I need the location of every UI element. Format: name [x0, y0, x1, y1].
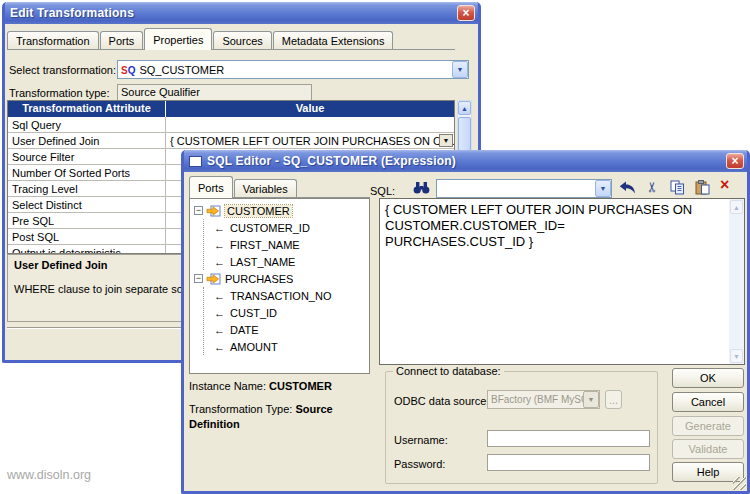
selected-transformation-value: SQSQ_CUSTOMER: [118, 64, 452, 76]
scrollbar-thumb[interactable]: [458, 117, 471, 151]
tree-node-label[interactable]: PURCHASES: [225, 273, 293, 285]
tab-sources[interactable]: Sources: [213, 31, 271, 49]
sql-editor-body: Ports Variables − CUSTOMER ←CUSTOMER_ID …: [184, 172, 747, 491]
edit-dialog-tabs: Transformation Ports Properties Sources …: [7, 27, 394, 49]
source-icon: [206, 205, 221, 217]
username-label: Username:: [394, 434, 448, 446]
password-label: Password:: [394, 458, 445, 470]
tab-variables[interactable]: Variables: [234, 179, 297, 197]
tree-node-label[interactable]: CUSTOMER: [225, 205, 292, 217]
tree-port[interactable]: ←CUST_ID: [204, 304, 369, 321]
table-row[interactable]: User Defined Join { CUSTOMER LEFT OUTER …: [8, 133, 454, 149]
port-label[interactable]: DATE: [230, 324, 259, 336]
tab-metadata-extensions[interactable]: Metadata Extensions: [273, 31, 394, 49]
chevron-down-icon[interactable]: ▼: [452, 61, 468, 78]
attribute-table-header: Transformation Attribute Value: [8, 101, 454, 117]
tree-port[interactable]: ←LAST_NAME: [204, 253, 369, 270]
transformation-type-value: Source Qualifier: [117, 84, 312, 101]
tree-node-purchases[interactable]: − PURCHASES: [194, 270, 369, 287]
scroll-up-icon[interactable]: ▲: [458, 101, 471, 115]
customer-ports: ←CUSTOMER_ID ←FIRST_NAME ←LAST_NAME: [203, 219, 369, 270]
port-label[interactable]: CUST_ID: [230, 307, 277, 319]
transformation-type-label: Transformation type:: [9, 87, 109, 99]
scroll-down-icon[interactable]: ▼: [730, 349, 743, 363]
sql-textarea[interactable]: { CUSTOMER LEFT OUTER JOIN PURCHASES ON …: [379, 198, 745, 365]
port-arrow-icon: ←: [214, 239, 225, 251]
sql-editor-tabs: Ports Variables: [189, 175, 298, 197]
resize-grip[interactable]: [733, 477, 746, 490]
transformation-type: Transformation Type: Source Definition: [189, 402, 361, 432]
tab-ports[interactable]: Ports: [100, 31, 144, 49]
dialog-title: Edit Transformations: [10, 6, 134, 20]
column-header-value: Value: [166, 101, 454, 117]
port-arrow-icon: ←: [214, 256, 225, 268]
collapse-icon[interactable]: −: [194, 274, 203, 283]
sql-text[interactable]: { CUSTOMER LEFT OUTER JOIN PURCHASES ON …: [385, 202, 703, 250]
find-icon[interactable]: [412, 180, 431, 195]
collapse-icon[interactable]: −: [194, 206, 203, 215]
tab-baseline: [7, 49, 455, 50]
port-label[interactable]: CUSTOMER_ID: [230, 222, 310, 234]
port-arrow-icon: ←: [214, 341, 225, 353]
tree-node-customer[interactable]: − CUSTOMER: [194, 202, 369, 219]
tree-port[interactable]: ←DATE: [204, 321, 369, 338]
tree-port[interactable]: ←FIRST_NAME: [204, 236, 369, 253]
copy-icon[interactable]: [670, 180, 685, 195]
username-field[interactable]: [487, 430, 650, 447]
delete-icon[interactable]: ×: [720, 178, 729, 192]
paste-icon[interactable]: [695, 180, 710, 195]
select-transformation-label: Select transformation:: [9, 64, 116, 76]
undo-icon[interactable]: [619, 181, 637, 195]
generate-sql-button: Generate SQL: [672, 416, 744, 436]
odbc-combo: BFactory (BMF MySQL ODBC Dr ▼: [487, 390, 600, 409]
source-icon: [206, 273, 221, 285]
chevron-down-icon[interactable]: ▼: [595, 180, 611, 197]
connect-group-legend: Connect to database:: [393, 365, 504, 377]
port-label[interactable]: TRANSACTION_NO: [230, 290, 331, 302]
user-defined-join-value: { CUSTOMER LEFT OUTER JOIN PURCHASES ON …: [170, 135, 454, 147]
edit-transformations-titlebar[interactable]: Edit Transformations ×: [5, 2, 478, 24]
purchases-ports: ←TRANSACTION_NO ←CUST_ID ←DATE ←AMOUNT: [203, 287, 369, 355]
sql-editor-dialog: SQL Editor - SQ_CUSTOMER (Expression) × …: [181, 150, 750, 494]
chevron-down-icon: ▼: [583, 391, 599, 408]
port-arrow-icon: ←: [214, 222, 225, 234]
close-icon[interactable]: ×: [457, 5, 475, 21]
port-arrow-icon: ←: [214, 307, 225, 319]
find-combo[interactable]: ▼: [436, 179, 612, 198]
close-icon[interactable]: ×: [726, 153, 744, 169]
tab-ports[interactable]: Ports: [189, 176, 233, 198]
tree-port[interactable]: ←CUSTOMER_ID: [204, 219, 369, 236]
connect-group: Connect to database: ODBC data source: B…: [385, 371, 658, 484]
sql-label: SQL:: [370, 185, 395, 197]
cancel-button[interactable]: Cancel: [672, 392, 744, 412]
tree-port[interactable]: ←TRANSACTION_NO: [204, 287, 369, 304]
instance-name-value: CUSTOMER: [269, 380, 332, 392]
port-label[interactable]: FIRST_NAME: [230, 239, 300, 251]
column-header-attribute: Transformation Attribute: [8, 101, 166, 117]
sql-scrollbar[interactable]: ▲ ▼: [729, 199, 744, 364]
port-label[interactable]: LAST_NAME: [230, 256, 295, 268]
ports-tree: − CUSTOMER ←CUSTOMER_ID ←FIRST_NAME ←LAS…: [189, 198, 370, 374]
browse-button: ...: [605, 390, 622, 409]
password-field[interactable]: [487, 454, 650, 471]
validate-button: Validate: [672, 439, 744, 459]
port-arrow-icon: ←: [214, 290, 225, 302]
open-editor-button[interactable]: ▼: [439, 134, 453, 147]
select-transformation-combo[interactable]: SQSQ_CUSTOMER ▼: [117, 60, 469, 79]
cut-icon[interactable]: ✂: [644, 181, 660, 193]
table-row[interactable]: Sql Query: [8, 117, 454, 133]
dialog-title: SQL Editor - SQ_CUSTOMER (Expression): [207, 154, 456, 168]
sql-editor-titlebar[interactable]: SQL Editor - SQ_CUSTOMER (Expression) ×: [184, 150, 747, 172]
port-arrow-icon: ←: [214, 324, 225, 336]
tree-port[interactable]: ←AMOUNT: [204, 338, 369, 355]
ok-button[interactable]: OK: [672, 368, 744, 388]
odbc-value: BFactory (BMF MySQL ODBC Dr: [488, 394, 583, 405]
scroll-up-icon[interactable]: ▲: [730, 200, 743, 214]
tab-transformation[interactable]: Transformation: [7, 31, 99, 49]
port-label[interactable]: AMOUNT: [230, 341, 278, 353]
tab-properties[interactable]: Properties: [144, 28, 212, 50]
instance-name: Instance Name: CUSTOMER: [189, 380, 332, 392]
odbc-label: ODBC data source:: [394, 395, 489, 407]
watermark-text: www.disoln.org: [7, 468, 91, 482]
window-icon: [189, 156, 202, 167]
